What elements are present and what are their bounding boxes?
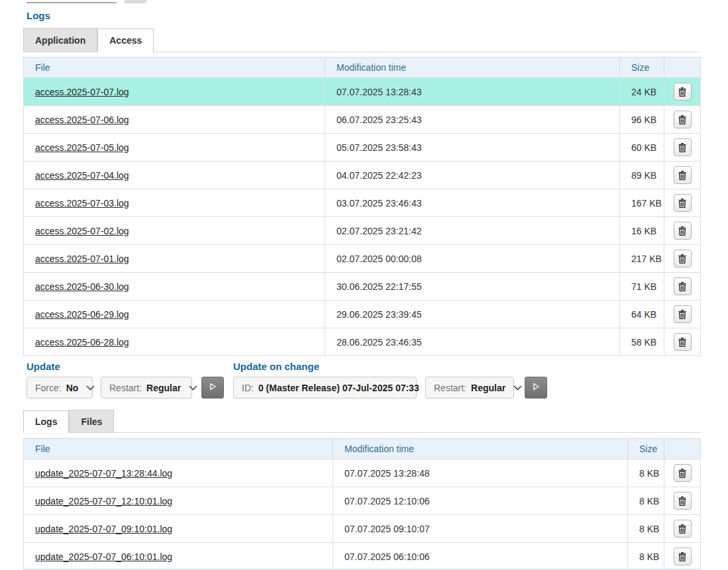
release-id-select-value: 0 (Master Release) 07-Jul-2025 07:33 (258, 383, 419, 393)
log-table-row: access.2025-07-05.log05.07.2025 23:58:43… (24, 134, 701, 162)
run-update-button[interactable] (201, 377, 224, 399)
log-file-link[interactable]: access.2025-07-04.log (35, 170, 129, 181)
file-size-value: 217 KB (620, 245, 664, 273)
log-file-link[interactable]: update_2025-07-07_09:10:01.log (35, 524, 172, 534)
delete-log-button[interactable] (674, 138, 692, 156)
delete-log-button[interactable] (674, 277, 692, 295)
log-file-link[interactable]: update_2025-07-07_06:10:01.log (35, 551, 172, 562)
modification-time-value: 07.07.2025 09:10:07 (333, 515, 628, 543)
log-table-row: access.2025-07-02.log02.07.2025 23:21:42… (24, 217, 701, 245)
log-file-link[interactable]: access.2025-06-29.log (35, 309, 129, 320)
tab-logs[interactable]: Logs (23, 410, 69, 433)
modification-time-value: 29.06.2025 23:39:45 (325, 301, 620, 328)
log-file-link[interactable]: access.2025-07-02.log (35, 226, 129, 236)
play-icon (209, 383, 217, 393)
chevron-down-icon (189, 385, 197, 391)
restart-on-change-select-label: Restart: (434, 383, 466, 393)
log-file-link[interactable]: access.2025-07-07.log (35, 87, 129, 97)
tab-application[interactable]: Application (23, 28, 97, 52)
file-size-value: 8 KB (628, 515, 664, 543)
file-size-value: 58 KB (620, 328, 664, 356)
log-file-link[interactable]: access.2025-06-28.log (35, 337, 129, 348)
log-file-link[interactable]: access.2025-07-01.log (35, 254, 129, 264)
trash-icon (678, 469, 686, 478)
truncated-text-input[interactable] (26, 0, 117, 3)
column-header-size: Size (628, 439, 664, 459)
log-table-row: access.2025-07-03.log03.07.2025 23:46:43… (24, 189, 701, 217)
delete-log-button[interactable] (674, 194, 692, 212)
modification-time-value: 03.07.2025 23:46:43 (325, 189, 620, 217)
update-logs-tabbar: LogsFiles (23, 410, 700, 433)
delete-log-button[interactable] (674, 250, 692, 267)
column-header-modification-time: Modification time (333, 439, 628, 459)
log-table-row: access.2025-07-06.log06.07.2025 23:25:43… (24, 106, 701, 134)
delete-log-button[interactable] (674, 83, 692, 101)
log-file-link[interactable]: update_2025-07-07_12:10:01.log (35, 496, 172, 506)
table-header-row: File Modification time Size (24, 439, 701, 459)
tab-access[interactable]: Access (97, 28, 154, 52)
delete-log-button[interactable] (674, 547, 692, 565)
modification-time-value: 02.07.2025 23:21:42 (325, 217, 620, 245)
file-size-value: 167 KB (620, 189, 664, 217)
file-size-value: 8 KB (628, 543, 664, 570)
log-file-link[interactable]: access.2025-07-03.log (35, 198, 129, 209)
delete-log-button[interactable] (674, 222, 692, 240)
truncated-button[interactable] (125, 0, 146, 3)
logs-tabbar: ApplicationAccess (23, 28, 700, 52)
delete-log-button[interactable] (674, 111, 692, 128)
log-file-link[interactable]: access.2025-07-06.log (35, 115, 129, 125)
log-table-row: access.2025-06-28.log28.06.2025 23:46:35… (24, 328, 701, 356)
file-size-value: 24 KB (620, 78, 664, 106)
restart-select[interactable]: Restart: Regular (101, 377, 192, 399)
play-icon (532, 383, 540, 393)
trash-icon (678, 310, 686, 319)
log-file-link[interactable]: access.2025-06-30.log (35, 281, 129, 292)
modification-time-value: 07.07.2025 12:10:06 (333, 487, 628, 515)
log-file-link[interactable]: update_2025-07-07_13:28:44.log (35, 468, 172, 479)
delete-log-button[interactable] (674, 464, 692, 482)
modification-time-value: 04.07.2025 22:42:23 (325, 162, 620, 189)
column-header-actions (664, 58, 701, 78)
delete-log-button[interactable] (674, 520, 692, 538)
restart-on-change-select-value: Regular (471, 383, 505, 393)
file-size-value: 8 KB (628, 459, 664, 487)
table-header-row: File Modification time Size (24, 58, 701, 78)
delete-log-button[interactable] (674, 492, 692, 510)
delete-log-button[interactable] (674, 333, 692, 351)
modification-time-value: 28.06.2025 23:46:35 (325, 328, 620, 356)
modification-time-value: 07.07.2025 13:28:48 (333, 459, 628, 487)
column-header-file: File (24, 58, 325, 78)
log-table-row: update_2025-07-07_06:10:01.log07.07.2025… (24, 543, 701, 570)
column-header-file: File (24, 439, 333, 459)
chevron-down-icon (513, 385, 522, 391)
trash-icon (678, 524, 686, 534)
file-size-value: 89 KB (620, 162, 664, 189)
logs-section-title: Logs (26, 10, 50, 21)
delete-log-button[interactable] (674, 166, 692, 184)
update-section-title: Update (26, 361, 60, 372)
trash-icon (678, 282, 686, 291)
force-select-value: No (66, 383, 79, 393)
restart-on-change-select[interactable]: Restart: Regular (425, 377, 514, 399)
run-update-on-change-button[interactable] (525, 377, 547, 399)
update-logs-table: File Modification time Size update_2025-… (23, 438, 701, 570)
chevron-down-icon (86, 385, 95, 391)
log-file-link[interactable]: access.2025-07-05.log (35, 142, 129, 153)
trash-icon (678, 171, 686, 180)
trash-icon (678, 552, 686, 561)
log-table-row: update_2025-07-07_09:10:01.log07.07.2025… (24, 515, 701, 543)
tab-files[interactable]: Files (69, 410, 114, 432)
restart-select-value: Regular (146, 383, 181, 393)
delete-log-button[interactable] (674, 305, 692, 323)
file-size-value: 16 KB (620, 217, 664, 245)
log-table-row: access.2025-07-07.log07.07.2025 13:28:43… (24, 78, 701, 106)
modification-time-value: 02.07.2025 00:00:08 (325, 245, 620, 273)
modification-time-value: 06.07.2025 23:25:43 (325, 106, 620, 134)
force-select[interactable]: Force: No (26, 377, 93, 399)
trash-icon (678, 87, 686, 97)
log-table-row: access.2025-06-30.log30.06.2025 22:17:55… (24, 273, 701, 301)
file-size-value: 71 KB (620, 273, 664, 301)
release-id-select[interactable]: ID: 0 (Master Release) 07-Jul-2025 07:33 (233, 377, 417, 399)
trash-icon (678, 254, 686, 263)
column-header-size: Size (620, 58, 664, 78)
